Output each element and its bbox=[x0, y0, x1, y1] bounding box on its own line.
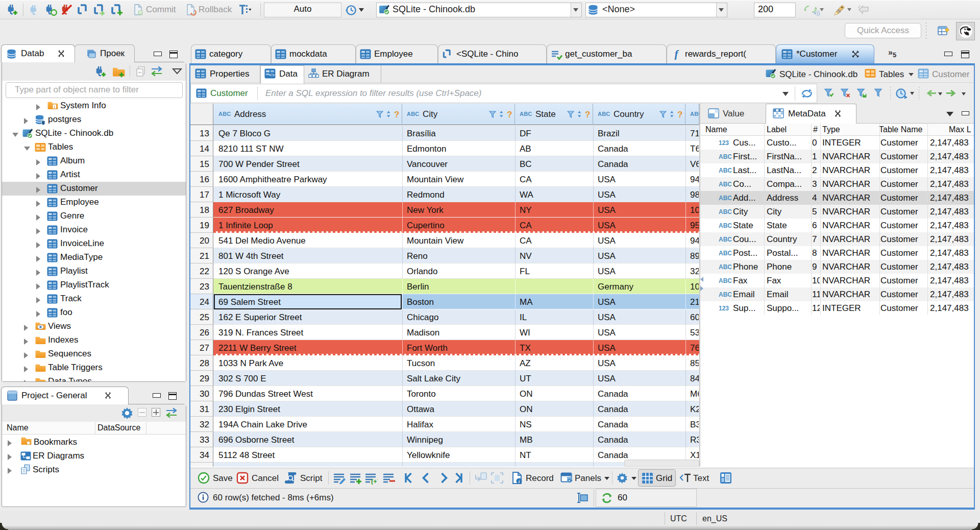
svg-text:?: ? bbox=[677, 110, 682, 119]
svg-text:f: f bbox=[675, 49, 679, 60]
svg-text:?: ? bbox=[507, 110, 512, 119]
svg-text:(+): (+) bbox=[371, 477, 378, 485]
svg-text:?: ? bbox=[394, 110, 399, 119]
svg-text:<>: <> bbox=[269, 72, 275, 78]
svg-text:i: i bbox=[54, 105, 55, 109]
svg-text:?: ? bbox=[585, 110, 590, 119]
